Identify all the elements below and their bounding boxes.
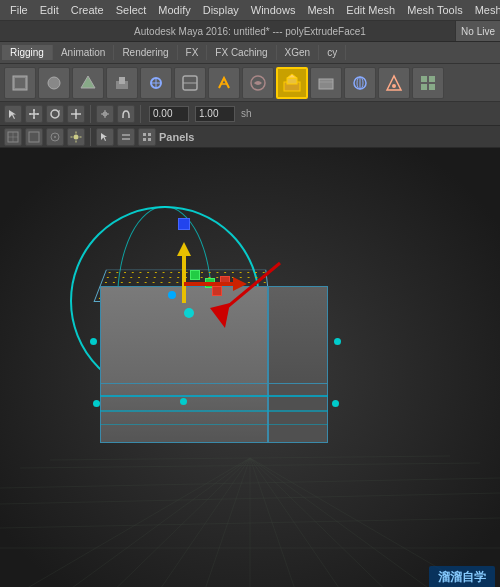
shelf-tab-xgen[interactable]: XGen xyxy=(277,45,320,60)
tool-icon-magnet[interactable] xyxy=(117,105,135,123)
shelf-tab-animation[interactable]: Animation xyxy=(53,45,114,60)
tool-bar: sh xyxy=(0,102,500,126)
gizmo-x-arrowhead xyxy=(233,277,247,291)
svg-rect-54 xyxy=(143,133,146,136)
svg-point-46 xyxy=(54,136,56,138)
svg-point-47 xyxy=(74,134,79,139)
handle-red-2 xyxy=(212,286,222,296)
menu-file[interactable]: File xyxy=(4,2,34,18)
shelf-icon-5[interactable] xyxy=(140,67,172,99)
shelf-tab-rendering[interactable]: Rendering xyxy=(114,45,177,60)
menu-mesh-tools[interactable]: Mesh Tools xyxy=(401,2,468,18)
svg-rect-55 xyxy=(148,133,151,136)
selection-line-1 xyxy=(100,395,328,397)
panels-bar: Panels xyxy=(0,126,500,148)
svg-marker-3 xyxy=(81,76,95,88)
shelf-icon-11[interactable] xyxy=(344,67,376,99)
panel-icon-sun[interactable] xyxy=(67,128,85,146)
selection-line-3 xyxy=(100,424,328,425)
panel-icon-2[interactable] xyxy=(25,128,43,146)
shelf-icon-1[interactable] xyxy=(4,67,36,99)
shelf-tab-fx[interactable]: FX xyxy=(178,45,208,60)
panel-icon-6[interactable] xyxy=(138,128,156,146)
shelf-icon-extrude[interactable] xyxy=(276,67,308,99)
shelf-icon-3[interactable] xyxy=(72,67,104,99)
svg-rect-22 xyxy=(421,76,427,82)
menu-edit-mesh[interactable]: Edit Mesh xyxy=(340,2,401,18)
shelf-icon-6[interactable] xyxy=(174,67,206,99)
panel-icon-1[interactable] xyxy=(4,128,22,146)
menu-create[interactable]: Create xyxy=(65,2,110,18)
panel-separator xyxy=(90,128,91,146)
shelf-tabs: Rigging Animation Rendering FX FX Cachin… xyxy=(0,42,500,64)
svg-rect-35 xyxy=(75,113,77,115)
shelf-icon-13[interactable] xyxy=(412,67,444,99)
menu-mesh-display[interactable]: Mesh Display xyxy=(469,2,500,18)
watermark-line1: 溜溜自学 xyxy=(438,569,486,586)
tool-separator-1 xyxy=(90,105,91,123)
svg-rect-5 xyxy=(119,77,125,84)
gizmo-y-arrow xyxy=(182,248,186,303)
shelf-icon-8[interactable] xyxy=(242,67,274,99)
panels-label-text: Panels xyxy=(159,131,194,143)
title-text: Autodesk Maya 2016: untitled* --- polyEx… xyxy=(134,26,366,37)
panel-icon-cursor[interactable] xyxy=(96,128,114,146)
tool-value2-input[interactable] xyxy=(195,106,235,122)
gizmo-x-arrow xyxy=(184,282,234,286)
svg-point-21 xyxy=(392,84,396,88)
box-upper-right xyxy=(268,286,328,386)
tool-icon-move[interactable] xyxy=(25,105,43,123)
shelf-tab-cy[interactable]: cy xyxy=(319,45,346,60)
tool-icon-snap[interactable] xyxy=(96,105,114,123)
menu-windows[interactable]: Windows xyxy=(245,2,302,18)
tool-label-sh: sh xyxy=(241,108,252,119)
svg-rect-25 xyxy=(429,84,435,90)
svg-rect-23 xyxy=(429,76,435,82)
menu-bar: File Edit Create Select Modify Display W… xyxy=(0,0,500,21)
shelf-icon-10[interactable] xyxy=(310,67,342,99)
shelf-icons xyxy=(0,64,500,102)
handle-green-1 xyxy=(190,270,200,280)
panel-icon-3[interactable] xyxy=(46,128,64,146)
no-live-badge: No Live xyxy=(455,21,500,41)
tool-icon-rotate[interactable] xyxy=(46,105,64,123)
shelf-tab-fx-caching[interactable]: FX Caching xyxy=(207,45,276,60)
viewport[interactable]: 溜溜自学 zixue.3d66.com xyxy=(0,148,500,587)
selection-line-2 xyxy=(100,410,328,412)
box-lower-right xyxy=(268,383,328,443)
cyan-dot-right xyxy=(334,338,341,345)
handle-blue xyxy=(178,218,190,230)
panel-icon-5[interactable] xyxy=(117,128,135,146)
gizmo-y-arrowhead xyxy=(177,242,191,256)
title-bar: Autodesk Maya 2016: untitled* --- polyEx… xyxy=(0,21,500,42)
cyan-dot-left xyxy=(90,338,97,345)
cyan-dot-bottom xyxy=(180,398,187,405)
svg-rect-15 xyxy=(319,79,333,89)
svg-rect-24 xyxy=(421,84,427,90)
tool-icon-scale[interactable] xyxy=(67,105,85,123)
3d-scene xyxy=(0,148,500,587)
tool-separator-2 xyxy=(140,105,141,123)
tool-value1-input[interactable] xyxy=(149,106,189,122)
box-lower-front xyxy=(100,383,268,443)
tool-icon-select[interactable] xyxy=(4,105,22,123)
menu-modify[interactable]: Modify xyxy=(152,2,196,18)
shelf-icon-12[interactable] xyxy=(378,67,410,99)
cyan-highlight xyxy=(184,308,194,318)
menu-select[interactable]: Select xyxy=(110,2,153,18)
menu-edit[interactable]: Edit xyxy=(34,2,65,18)
shelf-icon-4[interactable] xyxy=(106,67,138,99)
menu-display[interactable]: Display xyxy=(197,2,245,18)
shelf-icon-2[interactable] xyxy=(38,67,70,99)
svg-point-32 xyxy=(51,110,59,118)
shelf-tab-rigging[interactable]: Rigging xyxy=(2,45,53,60)
gizmo-z-dot xyxy=(168,291,176,299)
svg-rect-13 xyxy=(287,78,297,84)
cyan-dot-top-right xyxy=(332,400,339,407)
menu-mesh[interactable]: Mesh xyxy=(301,2,340,18)
watermark: 溜溜自学 zixue.3d66.com xyxy=(429,566,495,587)
cyan-dot-top-left xyxy=(93,400,100,407)
svg-point-2 xyxy=(48,77,60,89)
svg-rect-57 xyxy=(148,138,151,141)
shelf-icon-7[interactable] xyxy=(208,67,240,99)
